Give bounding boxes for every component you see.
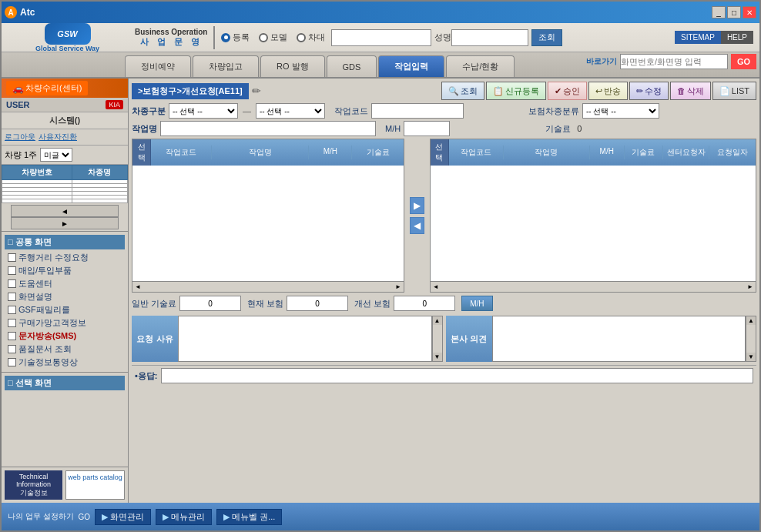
- request-scroll-up[interactable]: ▲: [433, 316, 442, 325]
- sidebar-item-customer[interactable]: 구매가망고객정보: [5, 316, 125, 330]
- window-controls: _ □ ✕: [712, 6, 756, 18]
- return-button[interactable]: ↩ 반송: [588, 82, 628, 100]
- shortcut-go-button[interactable]: GO: [731, 54, 756, 69]
- current-select-header[interactable]: 선택: [132, 139, 151, 166]
- select-section: □ 선택 화면: [2, 372, 128, 395]
- tab-gds[interactable]: GDS: [327, 55, 377, 77]
- search-button[interactable]: 조회: [531, 29, 562, 46]
- sidebar-item-screen-desc[interactable]: 화면설명: [5, 290, 125, 303]
- improved-hscroll-right-icon[interactable]: ►: [745, 283, 756, 290]
- response-input[interactable]: [161, 368, 753, 383]
- sidebar: 🚗 차량수리(센터) USER KIA 시스템() 로그아웃 사용자진환 차량 …: [2, 79, 129, 503]
- hq-scroll-down[interactable]: ▼: [746, 353, 756, 361]
- scroll-down-button[interactable]: ►: [11, 217, 119, 229]
- move-left-button[interactable]: ◀: [410, 217, 424, 234]
- insurance-type-select[interactable]: -- 선택 --: [582, 103, 659, 119]
- improved-table-cols: 작업코드 작업명 M/H 기술료 센터요청자 요청일자: [449, 146, 756, 159]
- tech-info-button[interactable]: Technical Information 기술정보: [5, 470, 62, 500]
- work-code-input[interactable]: [371, 103, 464, 119]
- mh-calc-button[interactable]: M/H: [461, 296, 492, 311]
- list-icon: 📄: [719, 86, 730, 96]
- request-vscroll[interactable]: ▲ ▼: [432, 316, 443, 362]
- improved-hscroll-left-icon[interactable]: ◄: [431, 283, 441, 290]
- scroll-up-button[interactable]: ◄: [11, 205, 119, 217]
- hq-vscroll[interactable]: ▲ ▼: [746, 316, 756, 362]
- tab-work-input[interactable]: 작업입력: [378, 55, 444, 77]
- sidebar-item-mileage[interactable]: 주행거리 수정요청: [5, 251, 125, 264]
- close-button[interactable]: ✕: [743, 6, 756, 18]
- tab-vehicle-intake[interactable]: 차량입고: [193, 55, 259, 77]
- tab-maintenance-reservation[interactable]: 정비예약: [125, 55, 191, 77]
- logout-link[interactable]: 로그아웃: [5, 132, 35, 142]
- list-button[interactable]: 📄 LIST: [712, 82, 756, 100]
- radio-register[interactable]: 등록: [221, 32, 250, 43]
- improved-date-header: 요청일자: [709, 146, 756, 159]
- manual-button[interactable]: ▶ 메뉴벨 권...: [216, 509, 282, 525]
- radio-chassis-circle: [297, 33, 306, 42]
- logo-subtitle: Global Service Way: [35, 45, 99, 52]
- improved-techfee-header: 기술료: [625, 146, 663, 159]
- checkbox-purchase: [8, 266, 16, 275]
- hscroll-left-icon[interactable]: ◄: [132, 283, 143, 290]
- move-right-button[interactable]: ▶: [410, 197, 424, 214]
- main-search-input[interactable]: [331, 29, 431, 46]
- text-areas-section: 요청 사유 ▲ ▼ 본사 의견 ▲: [132, 316, 756, 362]
- minimize-button[interactable]: _: [712, 6, 726, 18]
- modify-button[interactable]: ✏ 수정: [629, 82, 669, 100]
- delete-icon: 🗑: [677, 86, 686, 95]
- improved-select-header[interactable]: 선택: [431, 139, 449, 166]
- car-repair-button[interactable]: 🚗 차량수리(센터): [6, 81, 88, 95]
- tab-ro-issue[interactable]: RO 발행: [260, 55, 325, 77]
- sitemap-button[interactable]: SITEMAP: [675, 31, 721, 44]
- work-name-input[interactable]: [160, 121, 376, 136]
- basic-fee-input[interactable]: [179, 296, 241, 311]
- checkbox-mileage: [8, 253, 16, 262]
- delete-button[interactable]: 🗑 삭제: [670, 82, 711, 100]
- form-header: >보험청구>개선요청[AE11] ✏ 🔍 조회 📋 신규등록 ✔ 승인: [132, 82, 756, 100]
- inquiry-button[interactable]: 🔍 조회: [441, 82, 484, 100]
- approve-button[interactable]: ✔ 승인: [548, 82, 587, 100]
- sidebar-item-sms[interactable]: 문자방송(SMS): [5, 330, 125, 343]
- hq-scroll-up[interactable]: ▲: [746, 316, 756, 325]
- wpc-button[interactable]: web parts catalog: [65, 470, 125, 500]
- my-settings-label: 나의 업무 설정하기: [8, 511, 74, 522]
- name-search-input[interactable]: [451, 29, 528, 46]
- vehicle-type-select1[interactable]: -- 선택 --: [169, 103, 238, 119]
- current-table-hscroll[interactable]: ◄ ►: [132, 281, 404, 292]
- menu-mgmt-button[interactable]: ▶ 메뉴관리: [156, 509, 212, 525]
- title-bar: A Atc _ □ ✕: [2, 2, 759, 23]
- hscroll-right-icon[interactable]: ►: [393, 283, 404, 290]
- shortcut-input[interactable]: [620, 54, 728, 69]
- improved-table-hscroll[interactable]: ◄ ►: [431, 281, 756, 292]
- hq-opinion-textarea[interactable]: [492, 316, 746, 362]
- tech-area: Technical Information 기술정보 web parts cat…: [2, 467, 128, 503]
- radio-chassis[interactable]: 차대: [297, 32, 325, 43]
- sidebar-item-help-center[interactable]: 도움센터: [5, 277, 125, 290]
- request-reason-textarea[interactable]: [178, 316, 432, 362]
- sidebar-item-purchase[interactable]: 매입/투입부품: [5, 264, 125, 277]
- current-insurance-input[interactable]: [287, 296, 348, 311]
- hq-opinion-label: 본사 의견: [446, 316, 492, 362]
- form-action-btns: 🔍 조회 📋 신규등록 ✔ 승인 ↩ 반송: [441, 82, 756, 100]
- radio-model[interactable]: 모델: [259, 32, 287, 43]
- bottom-nav: 나의 업무 설정하기 GO ▶ 화면관리 ▶ 메뉴관리 ▶ 메뉴벨 권...: [2, 503, 759, 530]
- dash-separator: —: [243, 106, 251, 115]
- screen-mgmt-button[interactable]: ▶ 화면관리: [95, 509, 151, 525]
- sidebar-item-gsf[interactable]: GSF패밀리를: [5, 303, 125, 316]
- vehicle-type-select2[interactable]: -- 선택 --: [256, 103, 325, 119]
- response-area: •응답:: [132, 365, 756, 386]
- sidebar-item-tech-video[interactable]: 기술정보통영상: [5, 356, 125, 369]
- maximize-button[interactable]: □: [727, 6, 741, 18]
- request-scroll-down[interactable]: ▼: [433, 353, 442, 361]
- user-help-link[interactable]: 사용자진환: [39, 132, 77, 142]
- kia-badge: KIA: [106, 100, 123, 109]
- vehicle-period-select[interactable]: 미글: [40, 148, 72, 162]
- help-button[interactable]: HELP: [721, 31, 753, 44]
- nav-row: GSW Global Service Way Business Operatio…: [2, 23, 759, 52]
- tab-payment[interactable]: 수납/현황: [446, 55, 515, 77]
- mh-input[interactable]: [404, 121, 450, 136]
- sidebar-item-quality[interactable]: 품질문서 조회: [5, 343, 125, 356]
- improved-insurance-input[interactable]: [394, 296, 455, 311]
- work-name-label: 작업명: [132, 123, 157, 135]
- new-register-button[interactable]: 📋 신규등록: [486, 82, 546, 100]
